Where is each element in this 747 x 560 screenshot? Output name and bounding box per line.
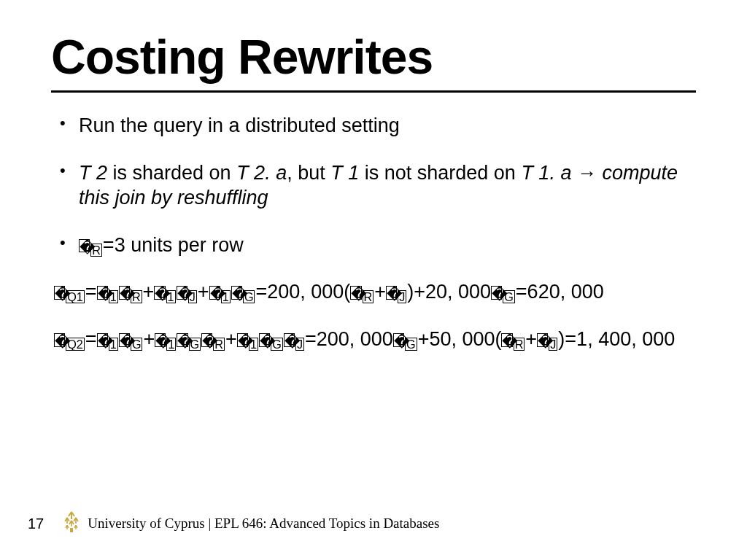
sub-r: R: [90, 244, 102, 257]
box-glyph: �: [491, 286, 502, 300]
sub-q1: Q1: [66, 290, 85, 303]
box-glyph: �: [54, 286, 65, 300]
sub-g: G: [243, 290, 255, 303]
box-glyph: �: [97, 286, 108, 300]
box-glyph: �: [259, 333, 270, 347]
svg-rect-0: [70, 528, 73, 532]
bullet-1: Run the query in a distributed setting: [54, 113, 696, 139]
box-glyph: �: [177, 286, 187, 300]
sub-1: 1: [109, 338, 118, 351]
sub-j: J: [188, 290, 197, 303]
f2-end: )=1, 400, 000: [558, 328, 675, 350]
box-glyph: �: [177, 333, 187, 347]
sub-j: J: [398, 290, 406, 303]
box-glyph: �: [79, 239, 90, 253]
b2-m3: , but: [287, 162, 330, 184]
sub-1: 1: [166, 338, 176, 351]
box-glyph: �: [154, 286, 165, 300]
sub-r: R: [514, 338, 525, 351]
f1-tail: 00, 000(: [278, 281, 350, 303]
sub-1: 1: [109, 290, 118, 303]
box-glyph: �: [201, 333, 212, 347]
sub-r: R: [131, 290, 142, 303]
sub-1: 1: [249, 338, 258, 351]
sub-g: G: [131, 338, 143, 351]
box-glyph: �: [119, 333, 130, 347]
b2-t1a: T 1. a: [521, 162, 577, 184]
box-glyph: �: [393, 333, 404, 347]
sub-1: 1: [166, 290, 176, 303]
f2-mid1: 00, 000: [328, 328, 393, 350]
b3-tail: 3 units per row: [115, 234, 244, 256]
box-glyph: �: [386, 286, 397, 300]
b2-t2a: T 2. a: [236, 162, 287, 184]
footer: 17 University of Cyprus | EPL 646: Advan…: [0, 510, 747, 537]
sub-g: G: [271, 338, 283, 351]
bullet-2: T 2 is sharded on T 2. a, but T 1 is not…: [54, 160, 696, 211]
sub-j: J: [295, 338, 304, 351]
box-glyph: �: [119, 286, 130, 300]
sub-g: G: [503, 290, 515, 303]
f1-mid: )+20, 000: [407, 281, 491, 303]
sub-r: R: [363, 290, 374, 303]
slide-title: Costing Rewrites: [51, 29, 696, 85]
arrow-icon: →: [577, 162, 597, 184]
bullet-1-text: Run the query in a distributed setting: [79, 114, 400, 136]
box-glyph: �: [97, 333, 108, 347]
b2-m1: is sharded on: [107, 162, 236, 184]
box-glyph: �: [231, 286, 242, 300]
box-glyph: �: [54, 333, 65, 347]
box-glyph: �: [350, 286, 361, 300]
box-glyph: �: [284, 333, 295, 347]
box-glyph: �: [537, 333, 548, 347]
footer-text: University of Cyprus | EPL 646: Advanced…: [88, 516, 439, 532]
box-glyph: �: [209, 286, 220, 300]
box-glyph: �: [155, 333, 166, 347]
bullet-list: Run the query in a distributed setting T…: [51, 113, 696, 257]
formula-1: �Q1=�1�R+�1�J+�1�G=200, 000(�R+�J)+20, 0…: [51, 279, 696, 305]
title-underline: [51, 90, 696, 93]
bullet-3: �R=3 units per row: [54, 233, 696, 258]
b2-m5: is not sharded on: [359, 162, 521, 184]
sub-g: G: [405, 338, 417, 351]
sub-g: G: [189, 338, 201, 351]
slide: Costing Rewrites Run the query in a dist…: [0, 0, 747, 560]
b2-t2: T 2: [79, 162, 107, 184]
b2-t1: T 1: [330, 162, 359, 184]
formula-2: �Q2=�1�G+�1�G�R+�1�G�J=200, 000�G+50, 00…: [51, 327, 696, 352]
sub-r: R: [213, 338, 225, 351]
box-glyph: �: [237, 333, 248, 347]
sub-j: J: [549, 338, 557, 351]
sub-q2: Q2: [66, 338, 85, 351]
sub-1: 1: [221, 290, 231, 303]
box-glyph: �: [501, 333, 512, 347]
f2-mid2: +50, 000(: [418, 328, 502, 350]
f1-end: =620, 000: [516, 281, 604, 303]
page-number: 17: [28, 516, 44, 532]
university-logo-icon: [61, 510, 82, 537]
